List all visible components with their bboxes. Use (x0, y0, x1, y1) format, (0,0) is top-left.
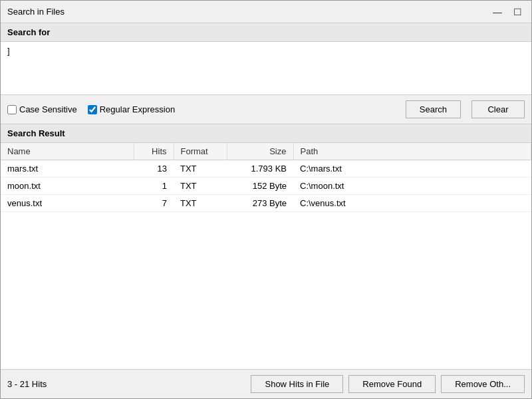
case-sensitive-label: Case Sensitive (19, 104, 77, 114)
cell-size: 152 Byte (227, 178, 293, 195)
col-header-size: Size (227, 143, 293, 160)
search-input-area: ] (1, 42, 531, 95)
cell-size: 273 Byte (227, 195, 293, 212)
show-hits-button[interactable]: Show Hits in File (251, 375, 343, 393)
remove-other-button[interactable]: Remove Oth... (441, 375, 525, 393)
table-row[interactable]: venus.txt 7 TXT 273 Byte C:\venus.txt (1, 195, 531, 212)
cell-name: moon.txt (1, 178, 134, 195)
case-sensitive-option[interactable]: Case Sensitive (7, 104, 77, 114)
status-text: 3 - 21 Hits (7, 379, 245, 389)
cell-size: 1.793 KB (227, 160, 293, 178)
cell-path: C:\mars.txt (293, 160, 531, 178)
cell-format: TXT (174, 160, 227, 178)
search-input[interactable]: ] (7, 46, 525, 86)
main-window: Search in Files — ☐ Search for ] Case Se… (0, 0, 532, 399)
result-section: Search Result Name Hits Format Size Path… (1, 124, 531, 369)
result-table: Name Hits Format Size Path mars.txt 13 T… (1, 143, 531, 212)
col-header-path: Path (293, 143, 531, 160)
cell-name: venus.txt (1, 195, 134, 212)
title-bar: Search in Files — ☐ (1, 1, 531, 23)
regex-checkbox[interactable] (88, 105, 97, 114)
clear-button[interactable]: Clear (471, 100, 525, 118)
case-sensitive-checkbox[interactable] (7, 105, 17, 114)
cell-name: mars.txt (1, 160, 134, 178)
cell-path: C:\venus.txt (293, 195, 531, 212)
cell-format: TXT (174, 178, 227, 195)
table-row[interactable]: mars.txt 13 TXT 1.793 KB C:\mars.txt (1, 160, 531, 178)
table-header-row: Name Hits Format Size Path (1, 143, 531, 160)
col-header-hits: Hits (134, 143, 174, 160)
options-bar: Case Sensitive Regular Expression Search… (1, 95, 531, 124)
table-row[interactable]: moon.txt 1 TXT 152 Byte C:\moon.txt (1, 178, 531, 195)
regex-label: Regular Expression (100, 104, 175, 114)
cell-format: TXT (174, 195, 227, 212)
result-header: Search Result (1, 124, 531, 143)
bottom-bar: 3 - 21 Hits Show Hits in File Remove Fou… (1, 369, 531, 398)
search-button[interactable]: Search (406, 100, 461, 118)
regex-option[interactable]: Regular Expression (88, 104, 175, 114)
search-for-header: Search for (1, 23, 531, 42)
result-table-container: Name Hits Format Size Path mars.txt 13 T… (1, 143, 531, 369)
maximize-button[interactable]: ☐ (510, 5, 525, 19)
col-header-format: Format (174, 143, 227, 160)
title-bar-controls: — ☐ (490, 5, 525, 19)
cell-hits: 13 (134, 160, 174, 178)
window-title: Search in Files (7, 7, 65, 17)
cell-path: C:\moon.txt (293, 178, 531, 195)
col-header-name: Name (1, 143, 134, 160)
cell-hits: 7 (134, 195, 174, 212)
remove-found-button[interactable]: Remove Found (348, 375, 436, 393)
minimize-button[interactable]: — (490, 5, 505, 19)
cell-hits: 1 (134, 178, 174, 195)
